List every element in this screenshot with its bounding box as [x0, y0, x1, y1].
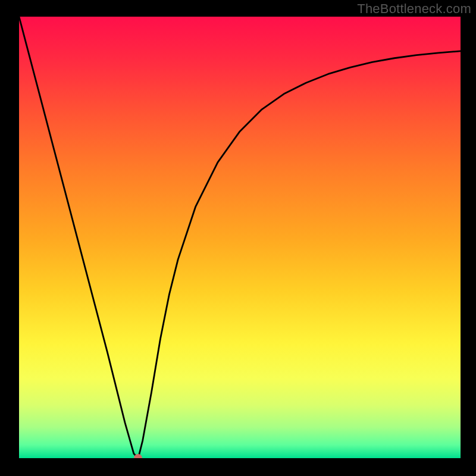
watermark-text: TheBottleneck.com [357, 1, 471, 17]
chart-frame: TheBottleneck.com [0, 0, 476, 476]
plot-area [19, 17, 461, 458]
minimum-marker-icon [134, 454, 142, 458]
curve-line [19, 17, 461, 458]
